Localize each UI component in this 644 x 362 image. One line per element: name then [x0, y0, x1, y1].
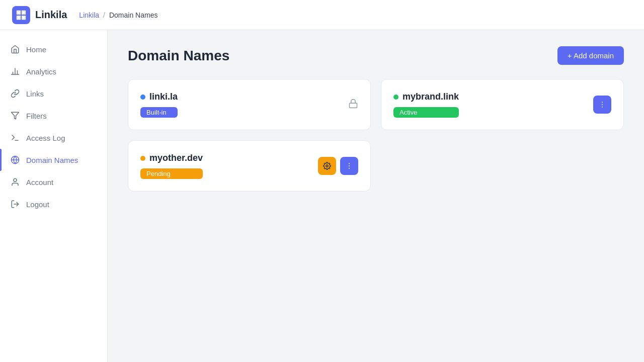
- logout-icon: [10, 199, 20, 209]
- sidebar-item-access-log-label: Access Log: [26, 134, 65, 142]
- sidebar-item-logout[interactable]: Logout: [0, 193, 107, 215]
- badge-linki-la: Built-in: [140, 107, 178, 118]
- svg-marker-8: [12, 112, 19, 119]
- domain-card-mybrand-link: mybrand.link Active: [381, 79, 624, 130]
- sidebar-item-account[interactable]: Account: [0, 171, 107, 193]
- breadcrumb-parent[interactable]: Linkila: [79, 11, 99, 19]
- domain-actions-mybrand-link: [593, 96, 611, 114]
- domain-name-linki-la: linki.la: [140, 92, 178, 102]
- logo-svg: [16, 10, 27, 21]
- svg-point-16: [602, 104, 603, 105]
- svg-point-21: [349, 168, 350, 169]
- svg-rect-14: [350, 103, 357, 108]
- domains-grid: linki.la Built-in: [128, 79, 624, 192]
- domain-actions-myother-dev: [318, 157, 358, 175]
- sidebar-item-links[interactable]: Links: [0, 82, 107, 105]
- domain-card-myother-dev: myother.dev Pending: [128, 140, 371, 192]
- sidebar: Home Analytics Links: [0, 30, 108, 362]
- more-button-myother-dev[interactable]: [340, 157, 358, 175]
- sidebar-item-filters-label: Filters: [26, 112, 47, 120]
- badge-mybrand-link: Active: [393, 107, 459, 118]
- svg-rect-2: [23, 11, 25, 14]
- account-icon: [10, 177, 20, 187]
- sidebar-item-analytics[interactable]: Analytics: [0, 60, 107, 82]
- domain-info-mybrand-link: mybrand.link Active: [393, 92, 459, 118]
- domain-name-mybrand-link: mybrand.link: [393, 92, 459, 102]
- svg-point-19: [349, 163, 350, 164]
- status-dot-linki-la: [140, 95, 145, 100]
- domain-info-myother-dev: myother.dev Pending: [140, 153, 203, 179]
- main-layout: Home Analytics Links: [0, 30, 644, 362]
- svg-point-20: [349, 165, 350, 166]
- logo[interactable]: Linkila: [12, 6, 67, 24]
- main-content: Domain Names + Add domain linki.la Built…: [108, 30, 644, 362]
- lock-icon: [348, 99, 358, 111]
- sidebar-item-access-log[interactable]: Access Log: [0, 127, 107, 149]
- sidebar-item-account-label: Account: [26, 178, 53, 187]
- sidebar-item-filters[interactable]: Filters: [0, 105, 107, 127]
- analytics-icon: [10, 66, 20, 76]
- badge-myother-dev: Pending: [140, 168, 203, 179]
- domain-info-linki-la: linki.la Built-in: [140, 92, 178, 118]
- home-icon: [10, 44, 20, 54]
- more-button-mybrand-link[interactable]: [593, 96, 611, 114]
- page-header: Domain Names + Add domain: [128, 46, 624, 65]
- logo-text: Linkila: [35, 9, 67, 21]
- sidebar-item-domain-names-label: Domain Names: [26, 156, 78, 164]
- app-header: Linkila Linkila / Domain Names: [0, 0, 644, 30]
- sidebar-item-domain-names[interactable]: Domain Names: [0, 149, 107, 171]
- svg-point-17: [602, 107, 603, 108]
- access-log-icon: [10, 133, 20, 143]
- svg-point-15: [602, 102, 603, 103]
- settings-button-myother-dev[interactable]: [318, 157, 336, 175]
- svg-rect-0: [18, 11, 20, 14]
- status-dot-mybrand-link: [393, 95, 398, 100]
- status-dot-myother-dev: [140, 156, 145, 161]
- breadcrumb-separator: /: [103, 11, 105, 19]
- domain-names-icon: [10, 155, 20, 165]
- add-domain-button[interactable]: + Add domain: [557, 46, 624, 65]
- svg-rect-1: [18, 16, 20, 19]
- svg-point-12: [14, 178, 17, 182]
- logo-icon: [12, 6, 30, 24]
- sidebar-item-links-label: Links: [26, 89, 44, 98]
- sidebar-item-analytics-label: Analytics: [26, 67, 56, 76]
- svg-point-18: [326, 165, 328, 167]
- domain-name-myother-dev: myother.dev: [140, 153, 203, 163]
- sidebar-item-home-label: Home: [26, 45, 46, 54]
- domain-card-linki-la: linki.la Built-in: [128, 79, 371, 130]
- breadcrumb-current: Domain Names: [109, 11, 157, 19]
- filters-icon: [10, 111, 20, 121]
- breadcrumb: Linkila / Domain Names: [79, 11, 157, 19]
- sidebar-item-home[interactable]: Home: [0, 38, 107, 60]
- svg-rect-3: [23, 16, 25, 19]
- page-title: Domain Names: [128, 48, 229, 64]
- links-icon: [10, 88, 20, 99]
- sidebar-item-logout-label: Logout: [26, 200, 49, 209]
- domain-actions-linki-la: [348, 99, 358, 111]
